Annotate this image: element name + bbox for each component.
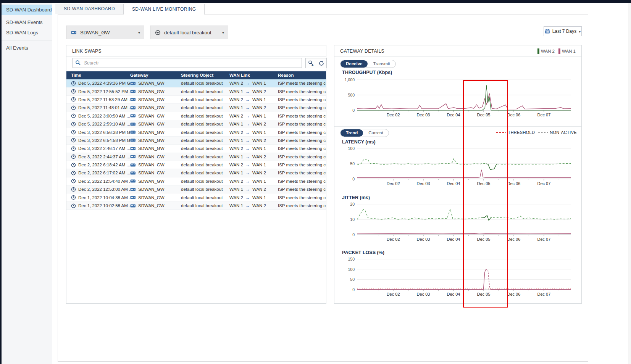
time-cell: Dec 3, 2022 2:46:17 AM ... — [66, 146, 130, 151]
chart-title-jitter: JITTER (ms) — [342, 195, 370, 200]
column-header[interactable]: Steering Object — [181, 71, 229, 79]
sidebar-item[interactable]: SD-WAN Logs — [2, 27, 52, 38]
steering-wheel-icon — [155, 30, 161, 35]
time-value: Dec 2, 2022 12:53:00 AM ... — [78, 187, 130, 192]
arrow-right-icon: → — [245, 121, 250, 127]
table-row[interactable]: Dec 3, 2022 2:44:37 AM ... SDWAN_GW defa… — [66, 153, 326, 161]
arrow-right-icon: → — [245, 195, 250, 200]
gateway-value: SDWAN_GW — [138, 81, 165, 85]
column-header[interactable]: Reason — [278, 71, 326, 79]
table-row[interactable]: Dec 1, 2022 10:02:58 AM ... SDWAN_GW def… — [66, 202, 326, 210]
steering-object-value: default local breakout — [181, 155, 223, 159]
sidebar-item[interactable]: All Events — [2, 43, 52, 53]
table-row[interactable]: Dec 5, 2022 11:53:29 AM ... SDWAN_GW def… — [66, 96, 326, 104]
reason-cell: ISP meets the steering co... — [278, 179, 326, 184]
wan-legend-item: WAN 1 — [558, 48, 576, 54]
table-row[interactable]: Dec 5, 2022 11:48:01 AM ... SDWAN_GW def… — [66, 104, 326, 112]
table-row[interactable]: Dec 5, 2022 2:59:10 AM ... SDWAN_GW defa… — [66, 120, 326, 128]
svg-text:1,000: 1,000 — [345, 77, 355, 82]
column-header[interactable]: Time — [66, 71, 130, 79]
table-row[interactable]: Dec 2, 2022 12:53:00 AM ... SDWAN_GW def… — [66, 185, 326, 193]
table-row[interactable]: Dec 3, 2022 2:46:17 AM ... SDWAN_GW defa… — [66, 145, 326, 153]
chart-title-packet-loss: PACKET LOSS (%) — [342, 250, 384, 255]
search-options-button[interactable]: A — [305, 58, 316, 68]
gateway-icon — [130, 179, 136, 183]
reason-value: ISP meets the steering co... — [278, 114, 326, 118]
reason-cell: ISP meets the steering co... — [278, 155, 326, 159]
table-row[interactable]: Dec 1, 2022 10:04:38 AM ... SDWAN_GW def… — [66, 193, 326, 201]
clock-icon — [71, 171, 76, 176]
sidebar-item[interactable]: SD-WAN Events — [2, 17, 52, 27]
svg-text:Dec 06: Dec 06 — [507, 292, 520, 296]
time-value: Dec 3, 2022 2:44:37 AM ... — [78, 155, 130, 159]
toggle-option[interactable]: Transmit — [368, 60, 395, 68]
time-value: Dec 3, 2022 2:46:17 AM ... — [78, 146, 130, 151]
search-input[interactable] — [72, 58, 302, 68]
table-row[interactable]: Dec 5, 2022 12:55:52 PM ... SDWAN_GW def… — [66, 87, 326, 95]
table-row[interactable]: Dec 2, 2022 6:17:02 AM ... SDWAN_GW defa… — [66, 169, 326, 177]
steering-object-value: default local breakout — [181, 114, 223, 118]
gateway-icon — [130, 89, 136, 93]
clock-icon — [71, 89, 76, 94]
steering-object-cell: default local breakout — [181, 97, 229, 102]
toggle-option[interactable]: Trend — [341, 129, 363, 137]
toggle-option[interactable]: Current — [363, 129, 388, 137]
line-legend-item: THRESHOLD — [496, 130, 535, 135]
wan-to-value: WAN 2 — [252, 171, 266, 175]
wan-to-value: WAN 1 — [252, 130, 266, 135]
time-cell: Dec 2, 2022 12:53:00 AM ... — [66, 187, 130, 192]
clock-icon — [71, 138, 76, 143]
wan-from-value: WAN 2 — [229, 179, 243, 184]
time-range-button[interactable]: Last 7 Days ▾ — [544, 26, 582, 36]
chart-jitter: 01020Dec 02Dec 03Dec 04Dec 05Dec 06Dec 0… — [337, 200, 575, 243]
svg-text:Dec 05: Dec 05 — [477, 181, 491, 186]
time-cell: Dec 5, 2022 4:39:36 PM G... — [66, 81, 130, 86]
table-row[interactable]: Dec 3, 2022 6:56:38 PM G... SDWAN_GW def… — [66, 128, 326, 136]
svg-text:Dec 06: Dec 06 — [507, 113, 520, 117]
tab[interactable]: SD-WAN LIVE MONITORING — [123, 4, 205, 14]
svg-text:0: 0 — [352, 287, 355, 292]
svg-text:50: 50 — [350, 161, 355, 166]
reason-value: ISP meets the steering co... — [278, 195, 326, 200]
refresh-button[interactable] — [316, 58, 327, 68]
svg-text:Dec 03: Dec 03 — [417, 237, 430, 242]
column-header[interactable]: WAN Link — [229, 71, 278, 79]
gateway-select[interactable]: SDWAN_GW ▾ — [66, 26, 144, 39]
table-row[interactable]: Dec 2, 2022 12:54:40 AM ... SDWAN_GW def… — [66, 177, 326, 185]
arrow-right-icon: → — [245, 154, 250, 159]
gateway-value: SDWAN_GW — [138, 105, 165, 110]
reason-cell: ISP meets the steering co... — [278, 81, 326, 85]
steering-object-value: default local breakout — [181, 179, 223, 184]
sidebar-group-main: SD-WAN DashboardSD-WAN EventsSD-WAN Logs — [2, 5, 52, 38]
svg-text:Dec 02: Dec 02 — [387, 113, 400, 117]
svg-text:Dec 06: Dec 06 — [507, 181, 520, 186]
time-value: Dec 5, 2022 2:59:10 AM ... — [78, 122, 130, 126]
scrollbar[interactable] — [628, 3, 631, 364]
table-row[interactable]: Dec 5, 2022 4:39:36 PM G... SDWAN_GW def… — [66, 79, 326, 87]
series-wan-2-non-active- — [357, 209, 571, 221]
table-row[interactable]: Dec 3, 2022 6:54:58 PM G... SDWAN_GW def… — [66, 137, 326, 145]
reason-cell: ISP meets the steering co... — [278, 114, 326, 118]
chart-title-throughput: THROUGHPUT (Kbps) — [342, 70, 392, 75]
series-wan-1 — [357, 170, 571, 177]
reason-cell: ISP meets the steering co... — [278, 130, 326, 135]
svg-text:Dec 07: Dec 07 — [537, 237, 550, 242]
arrow-right-icon: → — [245, 162, 250, 168]
table-row[interactable]: Dec 5, 2022 3:00:50 AM ... SDWAN_GW defa… — [66, 112, 326, 120]
reason-value: ISP meets the steering co... — [278, 105, 326, 110]
wan-link-cell: WAN 2 → WAN 1 — [229, 162, 278, 168]
wan-link-cell: WAN 2 → WAN 1 — [229, 146, 278, 151]
clock-icon — [71, 130, 76, 135]
wan-link-cell: WAN 2 → WAN 1 — [229, 97, 278, 102]
link-swaps-title: LINK SWAPS — [72, 48, 102, 54]
chart-title-latency: LATENCY (ms) — [342, 139, 376, 145]
gateway-icon — [130, 163, 136, 167]
tab[interactable]: SD-WAN DASHBOARD — [55, 4, 123, 14]
gateway-cell: SDWAN_GW — [130, 187, 181, 192]
clock-icon — [71, 163, 76, 168]
table-row[interactable]: Dec 2, 2022 6:18:42 AM ... SDWAN_GW defa… — [66, 161, 326, 169]
column-header[interactable]: Gateway — [130, 71, 181, 79]
sidebar-item[interactable]: SD-WAN Dashboard — [2, 5, 52, 15]
toggle-option[interactable]: Receive — [341, 60, 368, 68]
steering-object-select[interactable]: default local breakout ▾ — [150, 26, 228, 39]
